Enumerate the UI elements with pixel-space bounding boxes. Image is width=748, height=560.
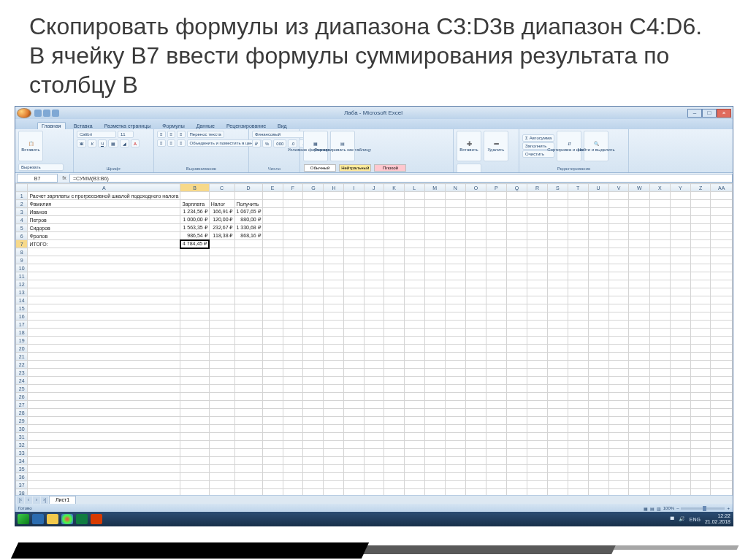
- cell-D10[interactable]: [234, 264, 262, 272]
- cell-X37[interactable]: [649, 481, 670, 489]
- cell-G34[interactable]: [303, 457, 324, 465]
- cell-R21[interactable]: [527, 353, 547, 361]
- cell-E6[interactable]: [262, 232, 283, 240]
- cell-R33[interactable]: [527, 449, 547, 457]
- cell-D33[interactable]: [234, 449, 262, 457]
- cell-R18[interactable]: [527, 329, 547, 337]
- cell-D18[interactable]: [234, 329, 262, 337]
- cell-U3[interactable]: [588, 208, 608, 216]
- cell-L9[interactable]: [404, 256, 424, 264]
- cell-AA18[interactable]: [711, 329, 733, 337]
- row-header-7[interactable]: 7: [16, 240, 28, 248]
- row-header-20[interactable]: 20: [16, 345, 28, 353]
- cell-D14[interactable]: [234, 296, 262, 304]
- cell-G37[interactable]: [303, 481, 324, 489]
- cell-G25[interactable]: [303, 385, 324, 393]
- cell-X31[interactable]: [649, 433, 670, 441]
- cell-Q7[interactable]: [506, 240, 527, 248]
- cell-I3[interactable]: [344, 208, 364, 216]
- cell-C21[interactable]: [209, 353, 234, 361]
- cell-J10[interactable]: [364, 264, 384, 272]
- cell-C8[interactable]: [209, 248, 234, 256]
- cell-B21[interactable]: [180, 353, 209, 361]
- col-header-K[interactable]: K: [384, 184, 405, 192]
- cell-M36[interactable]: [424, 473, 445, 481]
- cell-X35[interactable]: [649, 465, 670, 473]
- cell-J4[interactable]: [364, 216, 384, 224]
- cell-H13[interactable]: [324, 288, 344, 296]
- cell-T23[interactable]: [568, 369, 588, 377]
- cell-C34[interactable]: [209, 457, 234, 465]
- cell-V36[interactable]: [608, 473, 629, 481]
- cell-X34[interactable]: [649, 457, 670, 465]
- cell-H1[interactable]: [324, 192, 344, 200]
- cell-B20[interactable]: [180, 345, 209, 353]
- cell-E20[interactable]: [262, 345, 283, 353]
- cell-M20[interactable]: [424, 345, 445, 353]
- col-header-L[interactable]: L: [404, 184, 424, 192]
- cell-J8[interactable]: [364, 248, 384, 256]
- cell-A34[interactable]: [28, 457, 180, 465]
- cell-A3[interactable]: Иванов: [28, 208, 180, 216]
- cell-K20[interactable]: [384, 345, 405, 353]
- cell-J14[interactable]: [364, 296, 384, 304]
- cell-G15[interactable]: [303, 304, 324, 312]
- cell-Z6[interactable]: [690, 232, 711, 240]
- cell-G28[interactable]: [303, 409, 324, 417]
- cell-E17[interactable]: [262, 321, 283, 329]
- row-header-34[interactable]: 34: [16, 457, 28, 465]
- cell-S16[interactable]: [547, 312, 568, 321]
- cell-N6[interactable]: [445, 232, 465, 240]
- cell-Z21[interactable]: [690, 353, 711, 361]
- minimize-button[interactable]: –: [687, 109, 702, 118]
- cell-Z13[interactable]: [690, 288, 711, 296]
- col-header-R[interactable]: R: [527, 184, 547, 192]
- cell-U24[interactable]: [588, 377, 608, 385]
- cell-AA21[interactable]: [711, 353, 733, 361]
- cell-K15[interactable]: [384, 304, 405, 312]
- row-header-28[interactable]: 28: [16, 409, 28, 417]
- cell-M5[interactable]: [424, 224, 445, 232]
- cell-Z24[interactable]: [690, 377, 711, 385]
- cell-U21[interactable]: [588, 353, 608, 361]
- cell-H16[interactable]: [324, 312, 344, 321]
- cell-W10[interactable]: [629, 264, 649, 272]
- cell-P35[interactable]: [486, 465, 506, 473]
- cell-C29[interactable]: [209, 417, 234, 425]
- cell-C6[interactable]: 118,38 ₽: [209, 232, 234, 240]
- cell-L23[interactable]: [404, 369, 424, 377]
- cell-P24[interactable]: [486, 377, 506, 385]
- cell-T32[interactable]: [568, 441, 588, 449]
- align-right-button[interactable]: ≡: [177, 139, 186, 147]
- close-button[interactable]: ×: [717, 109, 731, 118]
- cell-K9[interactable]: [384, 256, 405, 264]
- cell-S18[interactable]: [547, 329, 568, 337]
- row-header-33[interactable]: 33: [16, 449, 28, 457]
- qat-save-icon[interactable]: [34, 110, 42, 117]
- cell-G20[interactable]: [303, 345, 324, 353]
- cell-K17[interactable]: [384, 321, 405, 329]
- cell-E12[interactable]: [262, 280, 283, 288]
- cell-V1[interactable]: [608, 192, 629, 200]
- cell-G22[interactable]: [303, 361, 324, 369]
- cell-B8[interactable]: [180, 248, 209, 256]
- cell-N32[interactable]: [445, 441, 465, 449]
- cell-Y21[interactable]: [670, 353, 690, 361]
- cell-L2[interactable]: [404, 200, 424, 208]
- cell-B12[interactable]: [180, 280, 209, 288]
- cell-E34[interactable]: [262, 457, 283, 465]
- cell-B14[interactable]: [180, 296, 209, 304]
- office-button[interactable]: [17, 108, 31, 118]
- cell-C3[interactable]: 166,91 ₽: [209, 208, 234, 216]
- cell-S29[interactable]: [547, 417, 568, 425]
- cell-L26[interactable]: [404, 393, 424, 401]
- cell-Z11[interactable]: [690, 272, 711, 280]
- cell-K14[interactable]: [384, 296, 405, 304]
- cell-B22[interactable]: [180, 361, 209, 369]
- cell-O25[interactable]: [465, 385, 486, 393]
- cell-H31[interactable]: [324, 433, 344, 441]
- cell-B33[interactable]: [180, 449, 209, 457]
- cell-P28[interactable]: [486, 409, 506, 417]
- cell-Y1[interactable]: [670, 192, 690, 200]
- cell-Y5[interactable]: [670, 224, 690, 232]
